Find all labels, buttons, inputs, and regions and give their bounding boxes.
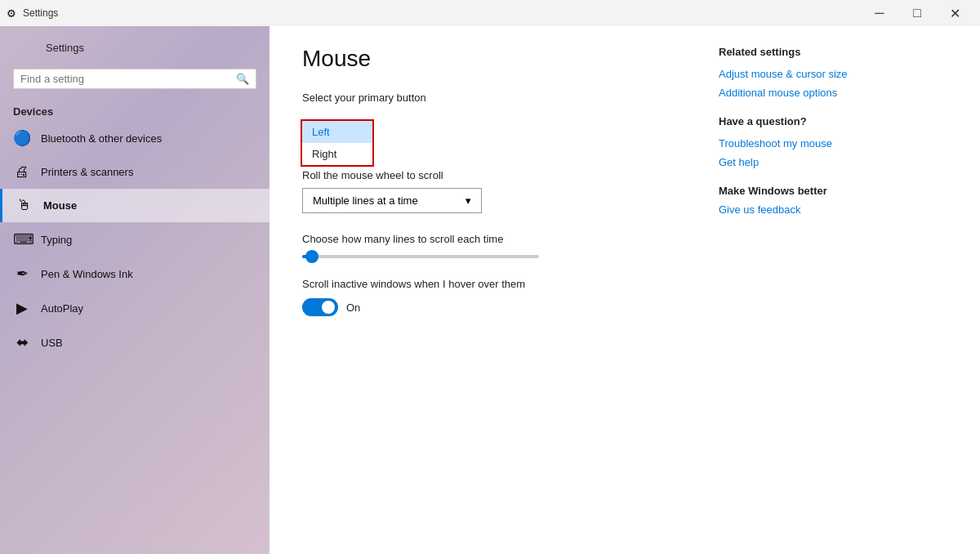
- search-icon: 🔍: [236, 73, 249, 85]
- make-windows-better-title: Make Windows better: [719, 185, 947, 197]
- get-help-link[interactable]: Get help: [719, 156, 947, 168]
- sidebar-item-label-mouse: Mouse: [43, 199, 77, 212]
- additional-mouse-link[interactable]: Additional mouse options: [719, 87, 947, 99]
- primary-button-container: Left Right: [302, 110, 670, 123]
- main-left: Mouse Select your primary button Left Ri…: [302, 46, 670, 534]
- pen-icon: ✒: [13, 265, 31, 283]
- main-right: Related settings Adjust mouse & cursor s…: [719, 46, 947, 534]
- sidebar-top: Settings: [0, 26, 270, 65]
- sidebar-item-pen[interactable]: ✒ Pen & Windows Ink: [0, 257, 270, 291]
- chevron-down-icon: ▾: [466, 194, 471, 207]
- dropdown-open: Left Right: [301, 119, 374, 167]
- printer-icon: 🖨: [13, 163, 31, 181]
- related-settings-title: Related settings: [719, 46, 947, 58]
- title-bar: ⚙ Settings ─ □ ✕: [0, 0, 980, 26]
- slider-thumb[interactable]: [305, 250, 318, 263]
- minimize-button[interactable]: ─: [861, 0, 898, 26]
- autoplay-icon: ▶: [13, 299, 31, 317]
- toggle-state: On: [346, 302, 360, 314]
- title-bar-title: Settings: [23, 7, 58, 19]
- maximize-button[interactable]: □: [898, 0, 936, 26]
- adjust-mouse-link[interactable]: Adjust mouse & cursor size: [719, 68, 947, 80]
- lines-label: Choose how many lines to scroll each tim…: [302, 233, 670, 245]
- sidebar-section-title: Devices: [0, 99, 270, 121]
- toggle-knob: [322, 301, 335, 314]
- scroll-wheel-label: Roll the mouse wheel to scroll: [302, 169, 670, 181]
- sidebar-item-label-bluetooth: Bluetooth & other devices: [41, 132, 162, 145]
- sidebar-item-usb[interactable]: ⬌ USB: [0, 325, 270, 360]
- slider-container: Choose how many lines to scroll each tim…: [302, 233, 670, 258]
- scroll-dropdown-value: Multiple lines at a time: [313, 194, 418, 207]
- close-button[interactable]: ✕: [936, 0, 973, 26]
- sidebar-app-title: Settings: [46, 42, 84, 54]
- sidebar-item-autoplay[interactable]: ▶ AutoPlay: [0, 291, 270, 325]
- sidebar-item-bluetooth[interactable]: 🔵 Bluetooth & other devices: [0, 121, 270, 155]
- title-bar-controls: ─ □ ✕: [861, 0, 973, 26]
- sidebar-item-label-usb: USB: [41, 337, 63, 349]
- scroll-inactive-label: Scroll inactive windows when I hover ove…: [302, 278, 670, 290]
- keyboard-icon: ⌨: [13, 230, 31, 248]
- page-title: Mouse: [302, 46, 670, 72]
- toggle-row: On: [302, 298, 670, 316]
- sidebar-item-label-autoplay: AutoPlay: [41, 302, 83, 315]
- sidebar-item-label-pen: Pen & Windows Ink: [41, 268, 133, 280]
- app-body: Settings 🔍 Devices 🔵 Bluetooth & other d…: [0, 26, 980, 554]
- bluetooth-icon: 🔵: [13, 129, 31, 147]
- primary-button-label: Select your primary button: [302, 92, 670, 104]
- scroll-inactive-toggle[interactable]: [302, 298, 338, 316]
- usb-icon: ⬌: [13, 333, 31, 351]
- settings-icon: ⚙: [7, 7, 16, 20]
- slider-track: [302, 255, 539, 258]
- mouse-icon: 🖱: [16, 197, 33, 214]
- troubleshoot-link[interactable]: Troubleshoot my mouse: [719, 137, 947, 150]
- sidebar-item-label-printers: Printers & scanners: [41, 166, 133, 178]
- sidebar: Settings 🔍 Devices 🔵 Bluetooth & other d…: [0, 26, 270, 554]
- search-box[interactable]: 🔍: [13, 69, 256, 89]
- scroll-wheel-section: Roll the mouse wheel to scroll Multiple …: [302, 169, 670, 213]
- sidebar-item-printers[interactable]: 🖨 Printers & scanners: [0, 155, 270, 189]
- sidebar-item-typing[interactable]: ⌨ Typing: [0, 222, 270, 257]
- dropdown-option-left[interactable]: Left: [302, 121, 372, 143]
- have-a-question-title: Have a question?: [719, 115, 947, 127]
- feedback-link[interactable]: Give us feedback: [719, 203, 947, 216]
- search-input[interactable]: [20, 73, 236, 85]
- dropdown-option-right[interactable]: Right: [302, 143, 372, 165]
- scroll-wheel-dropdown[interactable]: Multiple lines at a time ▾: [302, 188, 482, 213]
- sidebar-item-label-typing: Typing: [41, 234, 72, 246]
- title-bar-left: ⚙ Settings: [7, 7, 58, 20]
- back-button[interactable]: [13, 36, 36, 59]
- main-content: Mouse Select your primary button Left Ri…: [270, 26, 980, 554]
- sidebar-item-mouse[interactable]: 🖱 Mouse: [0, 189, 270, 222]
